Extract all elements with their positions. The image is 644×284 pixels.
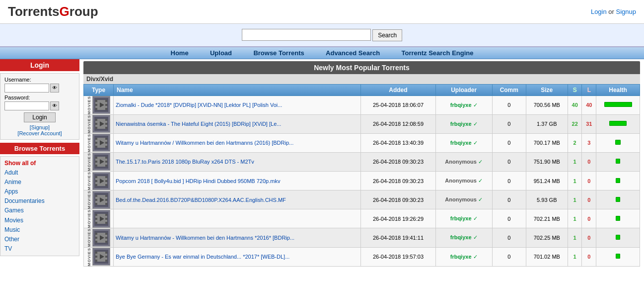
health-bar [616, 178, 620, 183]
leeches-value: 40 [586, 102, 592, 108]
torrent-added-cell: 26-04-2018 19:26:29 [361, 209, 435, 228]
film-icon [94, 212, 108, 226]
svg-rect-6 [95, 104, 97, 106]
search-input[interactable] [242, 29, 371, 41]
verified-check: ✓ [472, 215, 478, 221]
torrent-health-cell [596, 114, 640, 133]
header: TorrentsGroup Login or Signup [0, 0, 644, 24]
sidebar-item-documentaries[interactable]: Documentaries [4, 196, 75, 206]
sidebar-item-music[interactable]: Music [4, 225, 75, 235]
sidebar-signup-link[interactable]: [Signup] [30, 124, 50, 130]
torrent-comm-cell: 0 [492, 114, 526, 133]
sidebar-item-anime[interactable]: Anime [4, 178, 75, 187]
section-title: Newly Most Popular Torrents [83, 61, 640, 74]
svg-rect-2 [95, 100, 97, 102]
uploader-name: frbqiyxe [450, 102, 472, 108]
signup-link[interactable]: Signup [616, 8, 636, 15]
torrent-uploader-cell: frbqiyxe ✓ [435, 114, 492, 133]
torrent-name-link[interactable]: Popcorn 2018 [ Bolly4u.bid ] HDRip Hindi… [116, 178, 280, 184]
svg-rect-13 [95, 127, 97, 129]
health-bar [615, 140, 620, 145]
torrent-name-cell: Bed.of.the.Dead.2016.BD720P&BD1080P.X264… [114, 190, 361, 209]
table-row: MOVIES Ziomalki - Dude *2018* [DVDRip] [… [84, 95, 640, 114]
sidebar-item-movies[interactable]: Movies [4, 216, 75, 225]
nav-upload[interactable]: Upload [210, 49, 232, 57]
uploader-name: Anonymous [445, 196, 477, 202]
svg-rect-40 [95, 184, 97, 186]
torrent-name-link[interactable]: The.15.17.to.Paris 2018 1080p BluRay x26… [116, 159, 254, 165]
torrent-type-cell: MOVIES [84, 228, 114, 247]
torrent-leeches-cell: 3 [582, 133, 596, 152]
svg-rect-48 [105, 195, 107, 197]
uploader-name: frbqiyxe [450, 121, 472, 127]
verified-check: ✓ [472, 234, 478, 240]
svg-rect-22 [95, 146, 97, 148]
username-key-btn[interactable]: 👁 [50, 84, 59, 93]
seeds-value: 22 [572, 121, 578, 127]
col-size: Size [526, 84, 568, 95]
username-input[interactable] [4, 84, 49, 93]
type-label: MOVIES [87, 172, 91, 190]
svg-rect-52 [105, 199, 107, 201]
uploader-name: frbqiyxe [450, 234, 472, 240]
torrent-added-cell: 26-04-2018 09:30:23 [361, 190, 435, 209]
health-bar [616, 159, 620, 164]
svg-rect-12 [105, 119, 107, 121]
nav-torrentz[interactable]: Torrentz Search Engine [402, 49, 474, 57]
svg-rect-78 [95, 256, 97, 258]
svg-rect-79 [105, 256, 107, 258]
svg-rect-30 [105, 157, 107, 159]
table-row: MOVIES Witamy u Hartmannów - Willkommen … [84, 228, 640, 247]
torrent-name-link[interactable]: Witamy u Hartmannów - Willkommen bei den… [116, 235, 294, 241]
torrent-name-link[interactable]: Bye Bye Germany - Es war einmal in Deuts… [116, 254, 289, 260]
search-button[interactable]: Search [372, 29, 402, 41]
torrent-name-link[interactable]: Bed.of.the.Dead.2016.BD720P&BD1080P.X264… [116, 197, 286, 203]
leeches-value: 0 [587, 197, 590, 203]
torrent-seeds-cell: 1 [568, 247, 582, 266]
sidebar-recover-link[interactable]: [Recover Account] [17, 130, 62, 136]
torrent-name-cell: Witamy u Hartmannów - Willkommen bei den… [114, 228, 361, 247]
sidebar-item-tv[interactable]: TV [4, 244, 75, 254]
torrent-type-cell: MOVIES [84, 114, 114, 133]
torrent-seeds-cell: 2 [568, 133, 582, 152]
leeches-value: 0 [587, 159, 590, 165]
nav-browse-torrents[interactable]: Browse Torrents [253, 49, 304, 57]
torrent-health-cell [596, 133, 640, 152]
sidebar-item-games[interactable]: Games [4, 206, 75, 215]
sidebar-item-other[interactable]: Other [4, 235, 75, 244]
sidebar: Login Username: 👁 Password: 👁 Login [Sig… [0, 59, 79, 269]
sidebar-item-adult[interactable]: Adult [4, 168, 75, 178]
leeches-value: 31 [586, 121, 592, 127]
verified-check: ✓ [472, 140, 478, 146]
nav-home[interactable]: Home [171, 49, 189, 57]
torrent-name-link[interactable]: Ziomalki - Dude *2018* [DVDRip] [XViD-NN… [116, 102, 282, 108]
password-input[interactable] [4, 101, 49, 110]
svg-rect-14 [105, 127, 107, 129]
main-layout: Login Username: 👁 Password: 👁 Login [Sig… [0, 59, 644, 269]
sidebar-login-box: Username: 👁 Password: 👁 Login [Signup] [… [0, 73, 79, 140]
film-icon [94, 250, 108, 264]
torrent-seeds-cell: 1 [568, 209, 582, 228]
torrent-name-link[interactable]: Witamy u Hartmannów / Willkommen bei den… [116, 140, 293, 146]
torrent-health-cell [596, 209, 640, 228]
svg-rect-74 [95, 252, 97, 254]
table-row: MOVIES Witamy u Hartmannów / Willkommen … [84, 133, 640, 152]
torrent-type-cell: MOVIES [84, 209, 114, 228]
sidebar-item-apps[interactable]: Apps [4, 187, 75, 196]
film-icon [94, 174, 108, 188]
health-bar [609, 121, 626, 126]
nav-advanced-search[interactable]: Advanced Search [326, 49, 380, 57]
torrent-name-link[interactable]: Nienawistna ósemka - The Hateful Eight (… [116, 121, 281, 127]
svg-rect-15 [95, 123, 97, 125]
svg-rect-77 [105, 260, 107, 262]
svg-rect-60 [95, 218, 97, 220]
password-key-btn[interactable]: 👁 [50, 101, 59, 110]
login-link[interactable]: Login [591, 8, 607, 15]
svg-rect-57 [105, 214, 107, 216]
torrents-table: Type Name Added Uploader Comm Size S L H… [83, 84, 640, 267]
login-button[interactable]: Login [24, 112, 55, 122]
svg-rect-25 [105, 142, 107, 144]
sidebar-item-show-all[interactable]: Show all of [4, 159, 75, 168]
health-bar [616, 254, 620, 259]
torrent-leeches-cell: 0 [582, 152, 596, 171]
